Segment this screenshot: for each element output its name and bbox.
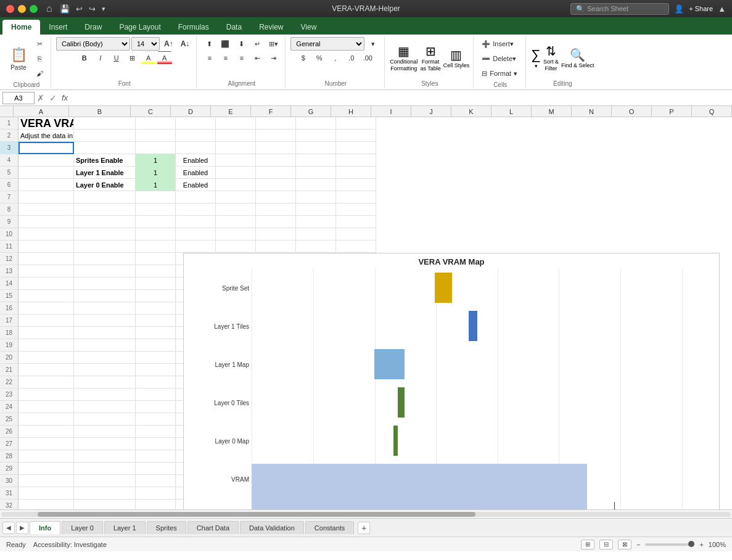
- font-size-select[interactable]: 14: [131, 37, 160, 51]
- cell-D1[interactable]: [176, 117, 216, 130]
- cell-A6[interactable]: [19, 179, 74, 191]
- cell-C8[interactable]: [136, 204, 176, 216]
- sheet-tab-layer0[interactable]: Layer 0: [62, 521, 103, 534]
- cell-H4[interactable]: [336, 154, 376, 167]
- cell-C29[interactable]: [136, 463, 176, 475]
- cell-C26[interactable]: [136, 426, 176, 438]
- cell-A27[interactable]: [19, 438, 74, 450]
- cell-D5[interactable]: Enabled: [176, 167, 216, 179]
- cell-C3[interactable]: [136, 142, 176, 154]
- cell-E6[interactable]: [216, 179, 256, 191]
- col-header-K[interactable]: K: [451, 106, 491, 117]
- cell-E7[interactable]: [216, 191, 256, 204]
- tab-insert[interactable]: Insert: [40, 20, 76, 35]
- cell-A14[interactable]: [19, 278, 74, 290]
- cell-B30[interactable]: [74, 475, 136, 487]
- col-header-E[interactable]: E: [211, 106, 251, 117]
- cell-B1[interactable]: [74, 117, 136, 130]
- cell-C11[interactable]: [136, 241, 176, 253]
- cell-G8[interactable]: [296, 204, 336, 216]
- horizontal-scrollbar[interactable]: [0, 509, 732, 518]
- format-cells-button[interactable]: ⊟ Format▾: [479, 67, 522, 80]
- cell-G10[interactable]: [296, 228, 336, 241]
- cell-H6[interactable]: [336, 179, 376, 191]
- align-top-button[interactable]: ⬆: [202, 37, 216, 51]
- number-format-select[interactable]: General: [290, 37, 364, 51]
- cell-A30[interactable]: [19, 475, 74, 487]
- cell-B29[interactable]: [74, 463, 136, 475]
- cell-F5[interactable]: [256, 167, 296, 179]
- cell-C32[interactable]: [136, 500, 176, 509]
- tab-home[interactable]: Home: [2, 20, 40, 35]
- share-button[interactable]: + Share: [689, 5, 713, 12]
- cell-A20[interactable]: [19, 352, 74, 364]
- cell-G7[interactable]: [296, 191, 336, 204]
- cell-H10[interactable]: [336, 228, 376, 241]
- cell-B7[interactable]: [74, 191, 136, 204]
- cell-C27[interactable]: [136, 438, 176, 450]
- col-header-M[interactable]: M: [532, 106, 572, 117]
- cell-F3[interactable]: [256, 142, 296, 154]
- cell-B5[interactable]: Layer 1 Enable: [74, 167, 136, 179]
- col-header-O[interactable]: O: [612, 106, 652, 117]
- cell-G3[interactable]: [296, 142, 336, 154]
- cell-C28[interactable]: [136, 450, 176, 463]
- cell-B21[interactable]: [74, 364, 136, 376]
- cell-A15[interactable]: [19, 290, 74, 302]
- cell-G9[interactable]: [296, 216, 336, 228]
- autosum-button[interactable]: ∑ ▾: [531, 47, 541, 69]
- sheet-tab-info[interactable]: Info: [30, 521, 60, 534]
- sheet-tab-data-validation[interactable]: Data Validation: [240, 521, 304, 534]
- col-header-A[interactable]: A: [14, 106, 69, 117]
- cell-C18[interactable]: [136, 327, 176, 339]
- insert-cells-button[interactable]: ➕ Insert▾: [479, 37, 522, 51]
- cell-E5[interactable]: [216, 167, 256, 179]
- sheet-tab-chart-data[interactable]: Chart Data: [187, 521, 239, 534]
- cell-A7[interactable]: [19, 191, 74, 204]
- cell-F1[interactable]: [256, 117, 296, 130]
- cell-A21[interactable]: [19, 364, 74, 376]
- cell-D9[interactable]: [176, 216, 216, 228]
- format-dropdown-button[interactable]: ▾: [366, 37, 380, 51]
- tab-draw[interactable]: Draw: [76, 20, 110, 35]
- cell-A5[interactable]: [19, 167, 74, 179]
- minimize-button[interactable]: [18, 5, 26, 13]
- paste-button[interactable]: 📋 Paste: [6, 41, 31, 76]
- col-header-J[interactable]: J: [411, 106, 451, 117]
- cell-F8[interactable]: [256, 204, 296, 216]
- cell-C30[interactable]: [136, 475, 176, 487]
- cell-H8[interactable]: [336, 204, 376, 216]
- col-header-I[interactable]: I: [371, 106, 411, 117]
- format-painter-button[interactable]: 🖌: [32, 67, 47, 80]
- zoom-thumb[interactable]: [688, 541, 694, 547]
- cell-A28[interactable]: [19, 450, 74, 463]
- cell-B24[interactable]: [74, 401, 136, 413]
- cell-B12[interactable]: [74, 253, 136, 265]
- scroll-track[interactable]: [1, 512, 731, 517]
- tab-view[interactable]: View: [292, 20, 326, 35]
- tab-next-button[interactable]: ▶: [16, 522, 28, 534]
- cell-A9[interactable]: [19, 216, 74, 228]
- cell-D7[interactable]: [176, 191, 216, 204]
- cell-A29[interactable]: [19, 463, 74, 475]
- cell-B19[interactable]: [74, 339, 136, 352]
- cell-F11[interactable]: [256, 241, 296, 253]
- cell-D10[interactable]: [176, 228, 216, 241]
- tab-page-layout[interactable]: Page Layout: [110, 20, 169, 35]
- col-header-F[interactable]: F: [251, 106, 291, 117]
- cell-E10[interactable]: [216, 228, 256, 241]
- cell-H3[interactable]: [336, 142, 376, 154]
- cell-A12[interactable]: [19, 253, 74, 265]
- align-left-button[interactable]: ≡: [202, 51, 217, 65]
- page-layout-view-button[interactable]: ⊟: [599, 540, 613, 550]
- border-button[interactable]: ⊞: [125, 51, 140, 65]
- cell-B32[interactable]: [74, 500, 136, 509]
- cell-E11[interactable]: [216, 241, 256, 253]
- cell-C12[interactable]: [136, 253, 176, 265]
- cell-A13[interactable]: [19, 265, 74, 278]
- cell-C16[interactable]: [136, 302, 176, 315]
- percent-button[interactable]: %: [312, 51, 327, 65]
- italic-button[interactable]: I: [93, 51, 108, 65]
- cell-A16[interactable]: [19, 302, 74, 315]
- cell-C10[interactable]: [136, 228, 176, 241]
